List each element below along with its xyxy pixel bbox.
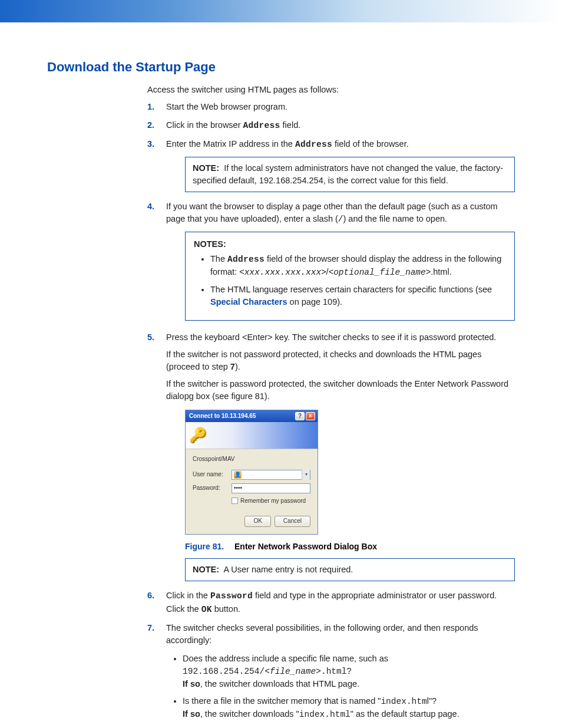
- password-dialog-figure: Connect to 10.13.194.65 ? × 🔑 Crosspoint…: [185, 410, 318, 535]
- cancel-button[interactable]: Cancel: [275, 516, 310, 527]
- step-5: 5. Press the keyboard <Enter> key. The s…: [147, 331, 515, 581]
- step-text: Start the Web browser program.: [166, 102, 287, 111]
- password-row: Password: ••••: [193, 483, 310, 493]
- step-text: Press the keyboard <Enter> key. The swit…: [166, 332, 496, 342]
- note-label: NOTE:: [193, 163, 219, 173]
- remember-checkbox[interactable]: [232, 498, 238, 504]
- step-1: 1. Start the Web browser program.: [147, 101, 515, 113]
- notes-label: NOTES:: [194, 238, 506, 251]
- step-text: The switcher checks several possibilitie…: [166, 623, 478, 645]
- figure-caption: Figure 81. Enter Network Password Dialog…: [185, 541, 515, 552]
- dialog-buttons: OK Cancel: [193, 516, 310, 527]
- main-content: Access the switcher using HTML pages as …: [147, 84, 515, 728]
- step-number: 7.: [147, 622, 154, 634]
- note-box: NOTE: A User name entry is not required.: [185, 558, 515, 581]
- ok-button[interactable]: OK: [244, 516, 270, 527]
- remember-label: Remember my password: [240, 497, 306, 506]
- note-label: NOTE:: [193, 565, 219, 574]
- step-paragraph: If the switcher is not password protecte…: [166, 348, 515, 373]
- top-gradient-bar: [0, 0, 562, 22]
- step-3: 3. Enter the Matrix IP address in the Ad…: [147, 138, 515, 192]
- password-field-label: Password: [210, 591, 253, 601]
- special-characters-link[interactable]: Special Characters: [210, 297, 287, 307]
- step-text: Click in the browser Address field.: [166, 120, 300, 130]
- remember-row: Remember my password: [232, 497, 310, 506]
- step-text: Click in the Password field and type in …: [166, 591, 497, 613]
- username-label: User name:: [193, 470, 228, 479]
- step-6: 6. Click in the Password field and type …: [147, 589, 515, 615]
- help-icon[interactable]: ?: [295, 412, 305, 420]
- password-input[interactable]: ••••: [232, 483, 310, 493]
- user-icon: 👤: [234, 471, 242, 479]
- username-row: User name: 👤 ▾: [193, 470, 310, 480]
- note-text: If the local system administrators have …: [193, 163, 503, 185]
- address-field-label: Address: [243, 121, 280, 130]
- dialog-banner: 🔑: [186, 422, 318, 449]
- intro-text: Access the switcher using HTML pages as …: [147, 84, 515, 96]
- chevron-down-icon[interactable]: ▾: [302, 470, 310, 480]
- note-bullet: The Address field of the browser should …: [210, 253, 506, 279]
- slash-char: /: [338, 215, 343, 224]
- address-field-label: Address: [227, 255, 265, 264]
- page-content: Download the Startup Page Access the swi…: [0, 22, 562, 728]
- step-4: 4. If you want the browser to display a …: [147, 200, 515, 321]
- dialog-title-bar: Connect to 10.13.194.65 ? ×: [186, 410, 318, 422]
- close-icon[interactable]: ×: [306, 412, 315, 420]
- ok-label: OK: [201, 605, 212, 614]
- procedure-list: 1. Start the Web browser program. 2. Cli…: [147, 101, 515, 728]
- keys-icon: 🔑: [189, 425, 207, 446]
- list-item: Is there a file in the switcher memory t…: [183, 695, 515, 721]
- step-number: 5.: [147, 331, 154, 344]
- dialog-body: Crosspoint/MAV User name: 👤 ▾ Password:: [186, 449, 318, 534]
- password-label: Password:: [193, 484, 228, 493]
- step-7: 7. The switcher checks several possibili…: [147, 622, 515, 728]
- address-field-label: Address: [295, 140, 332, 149]
- note-box: NOTE: If the local system administrators…: [185, 157, 515, 192]
- notes-bullets: The Address field of the browser should …: [194, 253, 506, 308]
- dialog-title-text: Connect to 10.13.194.65: [189, 412, 256, 421]
- step-text: Enter the Matrix IP address in the Addre…: [166, 139, 409, 149]
- step-number: 2.: [147, 119, 154, 131]
- dialog-realm: Crosspoint/MAV: [193, 455, 310, 464]
- figure-title: Enter Network Password Dialog Box: [234, 542, 377, 551]
- figure-number: Figure 81.: [185, 542, 224, 551]
- step-number: 4.: [147, 200, 154, 213]
- list-item: Does the address include a specific file…: [183, 653, 515, 690]
- notes-box: NOTES: The Address field of the browser …: [185, 232, 515, 321]
- step-number: 6.: [147, 589, 154, 602]
- section-heading: Download the Startup Page: [47, 58, 515, 77]
- step-text: If you want the browser to display a pag…: [166, 202, 498, 223]
- step-paragraph: If the switcher is password protected, t…: [166, 378, 515, 403]
- step-number: 3.: [147, 138, 154, 150]
- username-input[interactable]: 👤 ▾: [232, 470, 310, 480]
- list-item: If neither of the above conditions is tr…: [183, 726, 515, 728]
- note-text: A User name entry is not required.: [223, 565, 353, 574]
- step-number: 1.: [147, 101, 154, 113]
- step-2: 2. Click in the browser Address field.: [147, 119, 515, 132]
- note-bullet: The HTML language reserves certain chara…: [210, 284, 506, 308]
- step-7-bullets: Does the address include a specific file…: [166, 653, 515, 728]
